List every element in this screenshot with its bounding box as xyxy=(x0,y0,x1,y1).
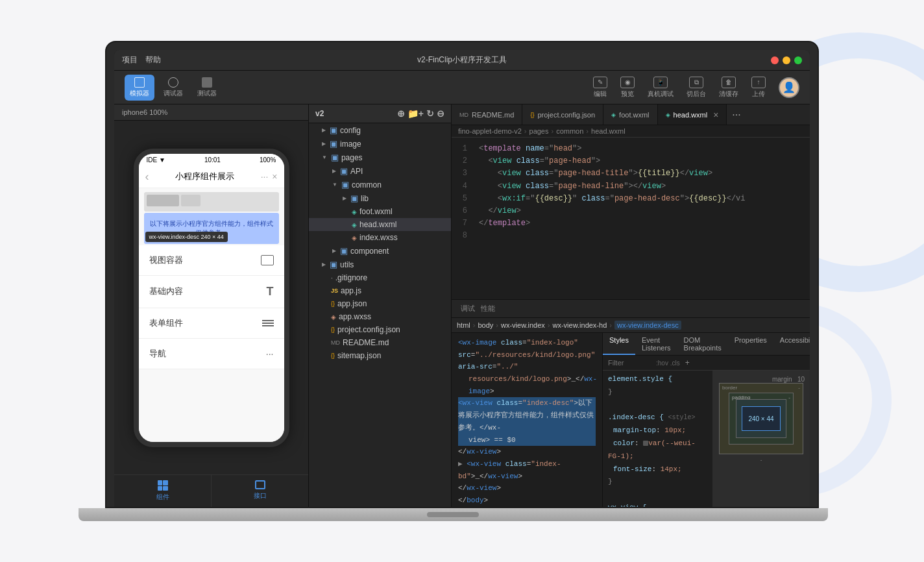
phone-close-icon: × xyxy=(272,171,277,182)
tree-label-project-config: project.config.json xyxy=(337,325,400,334)
code-line-5: <wx:if="{{desc}}" class="page-head-desc"… xyxy=(479,193,803,205)
code-line-6: </view> xyxy=(479,205,803,217)
toolbar-tester-btn[interactable]: 测试器 xyxy=(192,75,222,101)
tree-item-app-wxss[interactable]: ◈ app.wxss xyxy=(309,310,451,323)
bc-sep4: › xyxy=(609,321,612,329)
phone-menu-item-1[interactable]: 视图容器 xyxy=(139,245,284,276)
tab-more-icon[interactable]: ··· xyxy=(727,109,746,121)
tree-item-gitignore[interactable]: · .gitignore xyxy=(309,271,451,284)
test-icon xyxy=(202,77,212,88)
wxss-file-icon: ◈ xyxy=(352,234,357,241)
styles-tab-event-listeners[interactable]: Event Listeners xyxy=(635,333,677,355)
html-line-1: <wx-image class="index-logo" src="../res… xyxy=(458,337,596,373)
tree-item-common[interactable]: ▼ ▣ common xyxy=(309,178,451,191)
tree-item-index-wxss[interactable]: ◈ index.wxss xyxy=(309,231,451,244)
phone-menu-item-3[interactable]: 表单组件 xyxy=(139,308,284,339)
style-rule-element: element.style { } xyxy=(608,373,707,399)
breadcrumb-sep3: › xyxy=(586,127,589,135)
styles-tab-styles[interactable]: Styles xyxy=(603,333,635,355)
tab-head-wxml[interactable]: ◈ head.wxml × xyxy=(658,104,727,125)
tab-foot-wxml[interactable]: ◈ foot.wxml xyxy=(603,104,657,125)
toolbar-bg-action[interactable]: ⧉ 切后台 xyxy=(687,77,706,99)
filetree-header: v2 ⊕ 📁+ ↻ ⊖ xyxy=(309,104,451,123)
bc-sep1: › xyxy=(473,321,476,329)
tree-item-app-js[interactable]: JS app.js xyxy=(309,284,451,297)
close-button[interactable] xyxy=(771,56,779,64)
toolbar-preview-action[interactable]: ◉ 预览 xyxy=(620,77,635,99)
filetree-panel: v2 ⊕ 📁+ ↻ ⊖ ▶ ▣ config xyxy=(309,104,452,507)
collapse-all-icon[interactable]: ⊖ xyxy=(437,108,444,119)
new-file-icon[interactable]: ⊕ xyxy=(397,108,405,119)
breadcrumb-index-desc[interactable]: wx-view.index-desc xyxy=(614,321,681,330)
styles-filter: :hov .cls + xyxy=(603,356,810,371)
tree-item-image[interactable]: ▶ ▣ image xyxy=(309,137,451,151)
styles-tab-dom-breakpoints[interactable]: DOM Breakpoints xyxy=(677,333,728,355)
tree-item-config[interactable]: ▶ ▣ config xyxy=(309,123,451,137)
toolbar-debugger-btn[interactable]: 调试器 xyxy=(158,75,188,101)
sim-footer-api[interactable]: 接口 xyxy=(212,475,308,507)
phone-menu-item-4[interactable]: 导航 ··· xyxy=(139,339,284,369)
new-folder-icon[interactable]: 📁+ xyxy=(407,108,424,119)
styles-tab-properties[interactable]: Properties xyxy=(728,333,773,355)
tree-item-utils[interactable]: ▶ ▣ utils xyxy=(309,258,451,271)
phone-menu-item-2[interactable]: 基础内容 T xyxy=(139,276,284,308)
edit-icon: ✎ xyxy=(593,77,607,88)
box-border-label: border xyxy=(722,385,737,391)
tree-item-readme[interactable]: MD README.md xyxy=(309,336,451,349)
style-rule-wx-view: wx-view { localfile:/_index.css:2 displa… xyxy=(608,502,707,507)
tree-item-head-wxml[interactable]: ◈ head.wxml xyxy=(309,218,451,231)
toolbar-debugger-label: 调试器 xyxy=(164,89,183,98)
box-bottom-label: - xyxy=(760,457,762,463)
code-line-1: <template name="head"> xyxy=(479,143,803,155)
tree-item-app-json[interactable]: {} app.json xyxy=(309,297,451,310)
breadcrumb-index[interactable]: wx-view.index xyxy=(501,321,545,329)
tab-close-icon[interactable]: × xyxy=(713,110,718,120)
maximize-button[interactable] xyxy=(794,56,802,64)
folder-icon-image: ▣ xyxy=(330,139,337,149)
tree-label-sitemap: sitemap.json xyxy=(337,351,381,360)
tab-readme[interactable]: MD README.md xyxy=(452,104,522,125)
toolbar-edit-action[interactable]: ✎ 编辑 xyxy=(593,77,607,99)
tree-item-project-config[interactable]: {} project.config.json xyxy=(309,323,451,336)
tree-label-image: image xyxy=(340,140,361,149)
tree-item-component[interactable]: ▶ ▣ component xyxy=(309,244,451,258)
tree-item-foot-wxml[interactable]: ◈ foot.wxml xyxy=(309,205,451,218)
code-editor[interactable]: <template name="head"> <view class="page… xyxy=(472,138,810,299)
breadcrumb-html[interactable]: html xyxy=(457,321,470,329)
refresh-icon[interactable]: ↻ xyxy=(426,108,434,119)
tab-project-config[interactable]: {} project.config.json xyxy=(522,104,603,125)
editor-panel: MD README.md {} project.config.json ◈ fo… xyxy=(452,104,810,507)
sim-footer-components[interactable]: 组件 xyxy=(114,475,212,507)
menu-item-help[interactable]: 帮助 xyxy=(145,55,161,66)
js-file-icon: JS xyxy=(331,287,338,294)
style-rule-index-desc: .index-desc { <style> margin-top: 10px; xyxy=(608,411,707,489)
phone-frame: IDE ▼ 10:01 100% ‹ 小程序组件展示 ··· × xyxy=(134,149,289,447)
toolbar-upload-action[interactable]: ↑ 上传 xyxy=(751,77,766,99)
json3-file-icon: {} xyxy=(331,352,335,359)
tree-item-api[interactable]: ▶ ▣ API xyxy=(309,164,451,178)
tree-item-pages[interactable]: ▼ ▣ pages xyxy=(309,151,451,164)
minimize-button[interactable] xyxy=(783,56,790,64)
editor-content[interactable]: 1 2 3 4 5 6 7 8 <template name="head"> <… xyxy=(452,138,810,299)
styles-tab-accessibility[interactable]: Accessibility xyxy=(773,333,810,355)
breadcrumb-index-hd[interactable]: wx-view.index-hd xyxy=(553,321,607,329)
folder-icon-utils: ▣ xyxy=(330,260,337,269)
toolbar-device-action[interactable]: 📱 真机调试 xyxy=(648,77,674,99)
box-model: margin 10 border - padding - xyxy=(712,371,810,507)
tree-item-lib[interactable]: ▶ ▣ lib xyxy=(309,191,451,205)
avatar[interactable]: 👤 xyxy=(779,77,799,98)
breadcrumb-item-3: common xyxy=(556,127,583,135)
toolbar-simulator-btn[interactable]: 模拟器 xyxy=(125,75,154,101)
styles-plus-icon[interactable]: + xyxy=(685,358,690,367)
phone-statusbar: IDE ▼ 10:01 100% xyxy=(139,154,284,166)
breadcrumb-body[interactable]: body xyxy=(478,321,493,329)
tree-item-sitemap[interactable]: {} sitemap.json xyxy=(309,349,451,362)
filetree-root-label: v2 xyxy=(315,109,324,118)
html-line-8: </body> xyxy=(458,495,596,507)
toolbar-clear-action[interactable]: 🗑 清缓存 xyxy=(719,77,738,99)
phone-icon xyxy=(134,77,145,88)
code-line-3: <view class="page-head-title">{{title}}<… xyxy=(479,167,803,180)
styles-filter-input[interactable] xyxy=(608,359,653,367)
menu-item-project[interactable]: 项目 xyxy=(122,55,138,66)
device-label: iphone6 100% xyxy=(122,108,167,116)
